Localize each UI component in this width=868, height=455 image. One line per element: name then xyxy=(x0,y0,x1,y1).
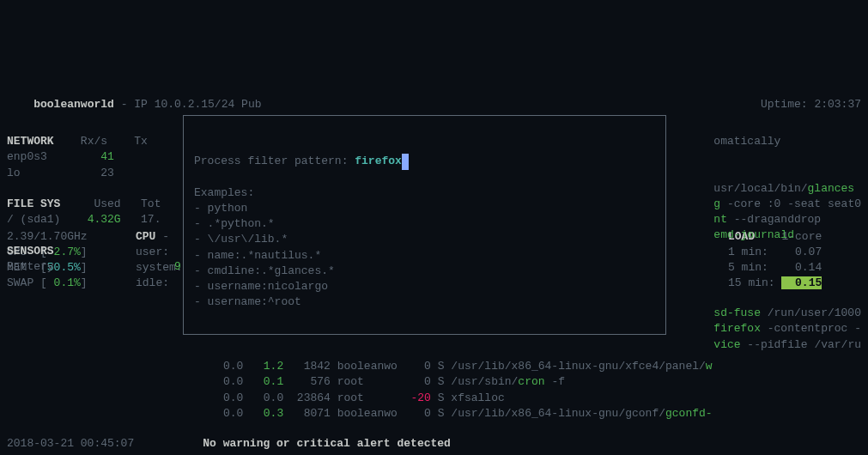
proc-pid: 23864 xyxy=(297,391,331,404)
swap-bar-pct: 0.1% xyxy=(47,276,81,289)
frag-line: --pidfile /var/ru xyxy=(741,338,861,351)
proc-pid: 8071 xyxy=(297,407,331,420)
proc-nice: 0 xyxy=(424,360,431,373)
proc-cmd: /usr/sbin/ xyxy=(451,375,518,388)
example-item: - username:^root xyxy=(194,295,301,308)
example-item: - username:nicolargo xyxy=(194,280,328,293)
proc-user: booleanwo xyxy=(337,360,398,373)
proc-state: S xyxy=(438,375,445,388)
frag-line: usr/local/bin/ xyxy=(713,182,807,195)
proc-state: S xyxy=(438,407,445,420)
uptime-label: Uptime: xyxy=(761,98,814,111)
proc-cmd-exe: gconfd- xyxy=(665,407,713,420)
proc-cpu: 0.0 xyxy=(223,391,243,404)
proc-cmd-args: -f xyxy=(545,375,565,388)
pub-label: Pub xyxy=(234,98,268,111)
proc-user: root xyxy=(337,375,398,388)
cursor-icon xyxy=(402,154,409,169)
bracket-icon: ] xyxy=(81,276,88,289)
proc-mem: 1.2 xyxy=(264,360,283,373)
network-if1-rx: 41 xyxy=(100,150,114,163)
filter-dialog[interactable]: Process filter pattern: firefox Examples… xyxy=(183,115,666,335)
filesys-mount: / (sda1) xyxy=(7,213,60,226)
network-if2-rx: 23 xyxy=(100,167,114,179)
example-item: - \/usr\/lib.* xyxy=(194,233,288,246)
network-rx-header: Rx/s xyxy=(81,135,107,148)
proc-state: S xyxy=(438,360,445,373)
frag-line: /run/user/1000 xyxy=(761,306,861,319)
frag-cmd: nt xyxy=(713,213,727,226)
frag-cmd: firefox xyxy=(713,322,761,335)
frag-line: -contentproc - xyxy=(761,322,861,335)
proc-cmd: /usr/lib/x86_64-linux-gnu/gconf/ xyxy=(451,407,665,420)
footer-date: 2018-03-21 00:45:07 xyxy=(7,436,134,452)
frag-line: -core :0 -seat seat0 xyxy=(720,197,861,210)
uptime-value: 2:03:37 xyxy=(814,98,861,111)
filesys-used-header: Used xyxy=(94,197,120,210)
frag-cmd: sd-fuse xyxy=(713,306,761,319)
network-if2: lo xyxy=(7,167,21,179)
filesys-used: 4.32G xyxy=(88,213,121,226)
proc-cmd-exe: w xyxy=(706,360,713,373)
proc-nice: 0 xyxy=(424,407,431,420)
right-fragments: omatically usr/local/bin/glances g -core… xyxy=(713,118,861,353)
proc-nice: 0 xyxy=(424,375,431,388)
proc-pid: 1842 xyxy=(297,360,331,373)
proc-cpu: 0.0 xyxy=(223,360,243,373)
footer-alert: No warning or critical alert detected xyxy=(203,436,451,452)
ip-label: - IP xyxy=(114,98,155,111)
proc-state: S xyxy=(438,391,445,404)
frag-cmd: vice xyxy=(713,338,740,351)
example-item: - python xyxy=(194,202,247,215)
sensor-battery-value: 9 xyxy=(174,260,181,273)
hostname: booleanworld xyxy=(33,98,114,111)
proc-nice: -20 xyxy=(410,391,430,404)
frag-line: --draganddrop xyxy=(727,213,821,226)
sensor-battery-label: Battery xyxy=(7,260,54,273)
proc-cmd: /usr/lib/x86_64-linux-gnu/xfce4/panel/ xyxy=(451,360,705,373)
proc-mem: 0.3 xyxy=(264,407,283,420)
filter-input[interactable]: firefox xyxy=(355,155,402,167)
proc-cpu: 0.0 xyxy=(223,407,243,420)
filesys-title: FILE SYS xyxy=(7,197,60,210)
network-tx-header: Tx xyxy=(134,135,148,148)
example-item: - name:.*nautilus.* xyxy=(194,249,321,262)
proc-pid: 576 xyxy=(297,375,331,388)
proc-mem: 0.0 xyxy=(264,391,283,404)
filter-prompt: Process filter pattern: xyxy=(194,155,355,167)
frag-line: omatically xyxy=(713,135,780,148)
examples-title: Examples: xyxy=(194,186,254,199)
process-list: 0.0 1.2 1842 booleanwo 0 S /usr/lib/x86_… xyxy=(223,343,713,422)
proc-user: root xyxy=(337,391,398,404)
proc-cpu: 0.0 xyxy=(223,375,243,388)
proc-user: booleanwo xyxy=(337,407,398,420)
frag-cmd: glances xyxy=(808,182,855,195)
filesys-total-header: Tot xyxy=(141,197,161,210)
frag-cmd: emd-journald xyxy=(713,228,794,241)
frag-cmd: g xyxy=(713,197,720,210)
ip-value: 10.0.2.15/24 xyxy=(155,98,235,111)
network-if1: enp0s3 xyxy=(7,150,47,163)
filesys-total: 17. xyxy=(141,213,161,226)
left-panels: NETWORK Rx/s Tx enp0s3 41 lo 23 FILE SYS… xyxy=(7,118,181,275)
proc-mem: 0.1 xyxy=(264,375,283,388)
footer-row: 2018-03-21 00:45:07 No warning or critic… xyxy=(0,433,868,455)
proc-cmd-exe: cron xyxy=(518,375,544,388)
swap-bar-label: SWAP [ xyxy=(7,276,47,289)
sensors-title: SENSORS xyxy=(7,245,54,258)
example-item: - .*python.* xyxy=(194,217,275,230)
network-title: NETWORK xyxy=(7,135,54,148)
example-item: - cmdline:.*glances.* xyxy=(194,264,335,277)
proc-cmd: xfsalloc xyxy=(451,391,504,404)
